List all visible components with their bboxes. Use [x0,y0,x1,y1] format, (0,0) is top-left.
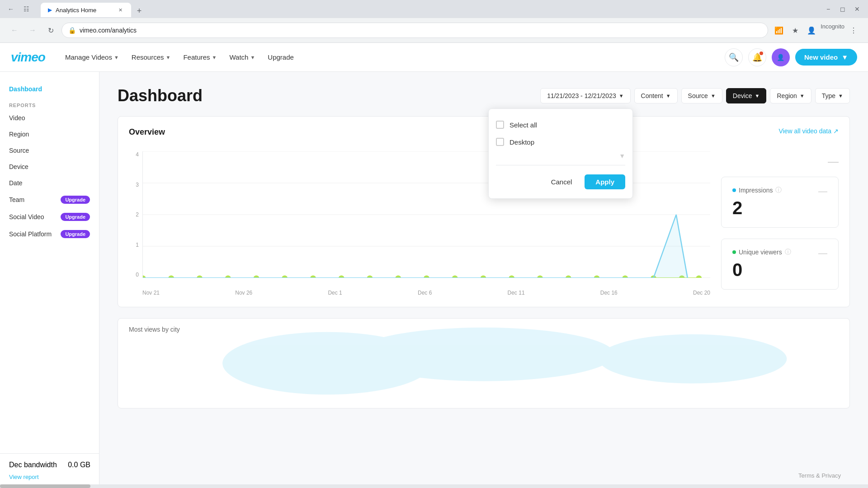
tab-close-button[interactable]: ✕ [117,6,124,14]
chevron-down-icon: ▼ [619,93,624,99]
extensions-button[interactable]: ☷ [20,3,33,15]
notifications-button[interactable]: 🔔 [748,48,766,66]
y-label-4: 4 [136,151,139,158]
unique-viewers-stat-dash: — [818,248,827,258]
search-button[interactable]: 🔍 [725,48,743,66]
chevron-down-icon: ▼ [212,55,217,60]
address-bar[interactable]: 🔒 vimeo.com/analytics [61,23,768,38]
new-video-button[interactable]: New video ▼ [795,49,857,66]
vimeo-logo[interactable]: vimeo [11,50,45,65]
nav-manage-videos[interactable]: Manage Videos ▼ [60,50,124,65]
region-filter[interactable]: Region ▼ [770,88,811,103]
new-tab-button[interactable]: + [133,5,146,17]
nav-actions: 🔍 🔔 👤 New video ▼ [725,48,857,66]
unique-viewers-info-icon[interactable]: ⓘ [785,248,791,256]
nav-watch[interactable]: Watch ▼ [224,50,260,65]
desktop-item[interactable]: Desktop [496,133,625,150]
select-all-checkbox[interactable] [496,121,504,129]
x-label-dec6: Dec 6 [418,290,432,296]
nav-resources[interactable]: Resources ▼ [126,50,176,65]
active-tab[interactable]: ▶ Analytics Home ✕ [41,3,131,17]
browser-controls: ← ☷ [5,3,33,15]
avatar[interactable]: 👤 [772,48,790,66]
cast-icon[interactable]: 📶 [772,23,786,38]
tab-icon: ▶ [48,7,52,13]
device-dropdown-menu: Select all Desktop ▼ Cancel Apply [488,108,633,199]
chevron-down-icon: ▼ [711,93,716,99]
sidebar-item-social-video[interactable]: Social Video Upgrade [0,208,99,225]
sidebar-item-dashboard[interactable]: Dashboard [0,81,99,97]
chevron-down-icon: ▼ [755,93,760,99]
chevron-down-icon: ▼ [800,93,805,99]
upgrade-badge-social-video[interactable]: Upgrade [61,213,90,221]
sidebar-item-device[interactable]: Device [0,159,99,175]
sidebar-item-social-platform[interactable]: Social Platform Upgrade [0,225,99,243]
apply-button[interactable]: Apply [585,174,625,189]
page-scrollbar[interactable] [0,484,868,488]
filter-row: 11/21/2023 - 12/21/2023 ▼ Content ▼ Sour… [540,88,850,103]
unique-viewers-value: 0 [732,260,791,280]
chevron-down-icon: ▼ [166,55,171,60]
stats-dash-top: — [828,155,839,168]
unique-viewers-dot [732,250,736,254]
unique-viewers-label: Unique viewers ⓘ [732,248,791,256]
y-label-3: 3 [136,182,139,188]
sidebar-item-date[interactable]: Date [0,175,99,191]
x-label-dec16: Dec 16 [600,290,618,296]
restore-button[interactable]: ◻ [836,3,849,15]
type-filter[interactable]: Type ▼ [815,88,850,103]
sidebar: Dashboard REPORTS Video Region Source De… [0,72,99,488]
menu-icon[interactable]: ⋮ [846,23,861,38]
x-label-dec1: Dec 1 [328,290,342,296]
overview-title: Overview [129,127,165,137]
content-filter[interactable]: Content ▼ [634,88,678,103]
cancel-button[interactable]: Cancel [544,174,580,189]
view-all-link[interactable]: View all video data ↗ [779,127,839,135]
y-label-2: 2 [136,211,139,218]
sidebar-item-region[interactable]: Region [0,126,99,142]
sidebar-item-video[interactable]: Video [0,110,99,126]
top-nav: vimeo Manage Videos ▼ Resources ▼ Featur… [0,43,868,72]
bookmark-icon[interactable]: ★ [788,23,802,38]
impressions-label: Impressions ⓘ [732,186,782,194]
nav-features[interactable]: Features ▼ [178,50,222,65]
bandwidth-info: Dec bandwidth 0.0 GB [9,461,90,469]
upgrade-badge-team[interactable]: Upgrade [61,196,90,204]
profile-icon[interactable]: 👤 [804,23,819,38]
minimize-button[interactable]: − [822,3,835,15]
impressions-value: 2 [732,198,782,218]
view-report-link[interactable]: View report [9,474,39,480]
lock-icon: 🔒 [68,27,76,34]
sidebar-reports-section: REPORTS [0,97,99,110]
terms-privacy-link[interactable]: Terms & Privacy [798,472,841,479]
dashboard-header: Dashboard 11/21/2023 - 12/21/2023 ▼ Cont… [118,86,850,105]
refresh-button[interactable]: ↻ [43,23,58,38]
sidebar-item-team[interactable]: Team Upgrade [0,191,99,208]
x-label-nov26: Nov 26 [235,290,252,296]
address-text: vimeo.com/analytics [80,27,761,34]
external-link-icon: ↗ [833,127,839,135]
nav-upgrade[interactable]: Upgrade [262,50,299,65]
source-filter[interactable]: Source ▼ [681,88,722,103]
tab-title: Analytics Home [56,7,96,14]
notification-badge [760,52,763,55]
x-label-dec11: Dec 11 [508,290,525,296]
device-filter[interactable]: Device ▼ [726,88,767,103]
upgrade-badge-social-platform[interactable]: Upgrade [61,230,90,238]
impressions-info-icon[interactable]: ⓘ [775,186,782,194]
back-button[interactable]: ← [5,3,17,15]
sidebar-item-source[interactable]: Source [0,142,99,159]
incognito-label: Incognito [821,23,844,38]
svg-point-29 [599,334,787,384]
tab-bar: ▶ Analytics Home ✕ + [36,1,146,17]
svg-point-28 [353,328,614,381]
select-all-label: Select all [509,121,537,129]
back-nav-button[interactable]: ← [7,23,22,38]
y-label-0: 0 [136,272,139,278]
main-content: Dashboard 11/21/2023 - 12/21/2023 ▼ Cont… [99,72,868,488]
close-window-button[interactable]: ✕ [851,3,863,15]
forward-nav-button[interactable]: → [25,23,40,38]
desktop-checkbox[interactable] [496,138,504,146]
date-range-filter[interactable]: 11/21/2023 - 12/21/2023 ▼ [540,88,630,103]
select-all-item[interactable]: Select all [496,116,625,133]
